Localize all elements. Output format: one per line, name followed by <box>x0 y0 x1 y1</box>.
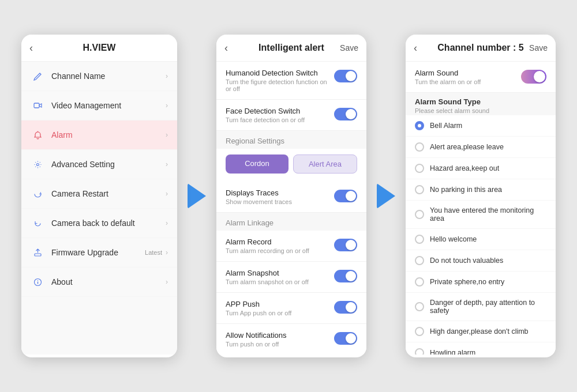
alarm-sound-toggle[interactable] <box>521 70 546 84</box>
radio-circle-howling-alarm <box>415 348 424 355</box>
upload-icon <box>31 246 44 259</box>
menu-item-about[interactable]: About › <box>21 267 177 297</box>
radio-circle-no-parking <box>415 185 424 194</box>
face-detection-item: Face Detection Switch Turn face detectio… <box>216 100 366 131</box>
screen3-save-button[interactable]: Save <box>529 43 548 52</box>
screen3-back-button[interactable]: ‹ <box>414 42 417 54</box>
menu-item-camera-default[interactable]: Camera back to default › <box>21 209 177 238</box>
alarm-linkage-section-header: Alarm Linkage <box>216 213 366 231</box>
face-detection-toggle[interactable] <box>334 108 357 120</box>
screen2-back-button[interactable]: ‹ <box>224 42 228 54</box>
radio-label-entered-monitoring: You have entered the monitoring area <box>430 206 546 223</box>
allow-notifications-text: Allow Notifications Turn push on or off <box>226 331 287 348</box>
alarm-snapshot-item: Alarm Snapshot Turn alarm snapshot on or… <box>216 262 366 293</box>
menu-label-channel-name: Channel Name <box>51 71 166 81</box>
radio-item-no-parking[interactable]: No parking in this area <box>406 179 556 201</box>
radio-item-hazard-keepout[interactable]: Hazard area,keep out <box>406 158 556 179</box>
screen2-title: Intelligent alert <box>258 43 324 53</box>
arrow-icon-video-management: › <box>166 101 168 110</box>
radio-circle-private-sphere <box>415 277 424 287</box>
radio-label-danger-depth: Danger of depth, pay attention to safety <box>430 299 546 315</box>
screen3-title: Channel number : 5 <box>437 43 523 53</box>
radio-item-howling-alarm[interactable]: Howling alarm <box>406 342 556 355</box>
screen-3-panel: ‹ Channel number : 5 Save Alarm Sound Tu… <box>406 35 556 357</box>
radio-circle-danger-depth <box>415 302 424 311</box>
menu-item-firmware-upgrade[interactable]: Firmware Upgrade Latest › <box>21 238 177 267</box>
radio-item-alert-leave[interactable]: Alert area,please leave <box>406 137 556 158</box>
radio-item-high-danger[interactable]: High danger,please don't climb <box>406 321 556 342</box>
allow-notifications-title: Allow Notifications <box>226 331 287 340</box>
app-push-subtitle: Turn App push on or off <box>226 310 291 316</box>
displays-traces-toggle[interactable] <box>334 190 357 202</box>
displays-traces-title: Displays Traces <box>226 189 292 197</box>
alarm-snapshot-toggle[interactable] <box>334 270 357 282</box>
arrow-icon-advanced-setting: › <box>166 160 168 168</box>
screen3-body: Alarm Sound Turn the alarm on or off Ala… <box>406 62 556 355</box>
allow-notifications-toggle[interactable] <box>334 332 357 345</box>
displays-traces-text: Displays Traces Show movement traces <box>226 189 292 205</box>
menu-label-camera-default: Camera back to default <box>51 218 166 228</box>
radio-label-bell-alarm: Bell Alarm <box>430 122 462 130</box>
regional-section-header: Regional Settings <box>216 131 366 149</box>
allow-notifications-subtitle: Turn push on or off <box>226 341 287 348</box>
menu-label-advanced-setting: Advanced Setting <box>51 160 166 169</box>
pencil-icon <box>31 69 44 83</box>
face-detection-subtitle: Turn face detection on or off <box>226 116 305 123</box>
radio-item-bell-alarm[interactable]: Bell Alarm <box>406 115 556 137</box>
radio-circle-high-danger <box>415 327 424 336</box>
alarm-sound-radio-list: Bell Alarm Alert area,please leave Hazar… <box>406 115 556 355</box>
menu-label-video-management: Video Management <box>51 101 166 110</box>
svg-point-2 <box>36 163 39 165</box>
blue-arrow-2 <box>377 183 395 209</box>
menu-item-channel-name[interactable]: Channel Name › <box>21 62 177 91</box>
arrow-connector-2 <box>377 183 395 209</box>
radio-circle-do-not-touch <box>415 256 424 265</box>
alarm-sound-text: Alarm Sound Turn the alarm on or off <box>415 69 481 85</box>
menu-list: Channel Name › Video Management › Alarm … <box>21 62 177 297</box>
humanoid-detection-toggle[interactable] <box>334 70 357 82</box>
screen3-header: ‹ Channel number : 5 Save <box>406 35 556 62</box>
svg-point-7 <box>37 280 38 280</box>
humanoid-detection-subtitle: Turn the figure detection function on or… <box>226 78 334 92</box>
radio-item-entered-monitoring[interactable]: You have entered the monitoring area <box>406 201 556 229</box>
cordon-tab[interactable]: Cordon <box>226 154 288 174</box>
face-detection-title: Face Detection Switch <box>226 107 305 115</box>
radio-item-hello-welcome[interactable]: Hello welcome <box>406 229 556 250</box>
svg-rect-0 <box>34 103 39 108</box>
radio-label-howling-alarm: Howling alarm <box>430 349 475 355</box>
arrow-icon-camera-default: › <box>166 219 168 227</box>
alarm-record-toggle[interactable] <box>334 239 357 251</box>
radio-item-danger-depth[interactable]: Danger of depth, pay attention to safety <box>406 293 556 321</box>
radio-circle-hazard-keepout <box>415 164 424 173</box>
screen-2-panel: ‹ Intelligent alert Save Humanoid Detect… <box>216 35 366 357</box>
alarm-snapshot-text: Alarm Snapshot Turn alarm snapshot on or… <box>226 269 309 285</box>
screen1-back-button[interactable]: ‹ <box>29 42 33 54</box>
app-push-toggle[interactable] <box>334 301 357 314</box>
alarm-snapshot-subtitle: Turn alarm snapshot on or off <box>226 278 309 285</box>
radio-label-do-not-touch: Do not touch valuables <box>430 257 503 265</box>
radio-circle-alert-leave <box>415 142 424 152</box>
menu-item-advanced-setting[interactable]: Advanced Setting › <box>21 150 177 179</box>
alarm-sound-subtitle: Turn the alarm on or off <box>415 78 481 85</box>
screen2-save-button[interactable]: Save <box>340 43 358 52</box>
menu-item-alarm[interactable]: Alarm › <box>21 120 177 150</box>
refresh-icon <box>31 216 44 230</box>
menu-label-firmware-upgrade: Firmware Upgrade <box>51 248 145 257</box>
blue-arrow-1 <box>188 183 206 209</box>
alarm-record-text: Alarm Record Turn alarm recording on or … <box>226 238 309 254</box>
firmware-badge: Latest <box>145 249 162 256</box>
regional-tabs-container: Cordon Alert Area <box>216 149 366 182</box>
svg-rect-3 <box>35 254 41 256</box>
radio-item-private-sphere[interactable]: Private sphere,no entry <box>406 272 556 293</box>
alarm-sound-type-title: Alarm Sound Type <box>415 97 546 106</box>
menu-item-camera-restart[interactable]: Camera Restart › <box>21 179 177 209</box>
humanoid-detection-title: Humanoid Detection Switch <box>226 69 334 77</box>
arrow-icon-channel-name: › <box>166 72 168 80</box>
alert-area-tab[interactable]: Alert Area <box>293 154 357 174</box>
allow-notifications-item: Allow Notifications Turn push on or off <box>216 324 366 355</box>
face-detection-text: Face Detection Switch Turn face detectio… <box>226 107 305 123</box>
radio-item-do-not-touch[interactable]: Do not touch valuables <box>406 250 556 272</box>
screen1-header: ‹ H.VIEW <box>21 35 177 62</box>
arrow-icon-firmware: › <box>166 248 168 257</box>
menu-item-video-management[interactable]: Video Management › <box>21 91 177 120</box>
